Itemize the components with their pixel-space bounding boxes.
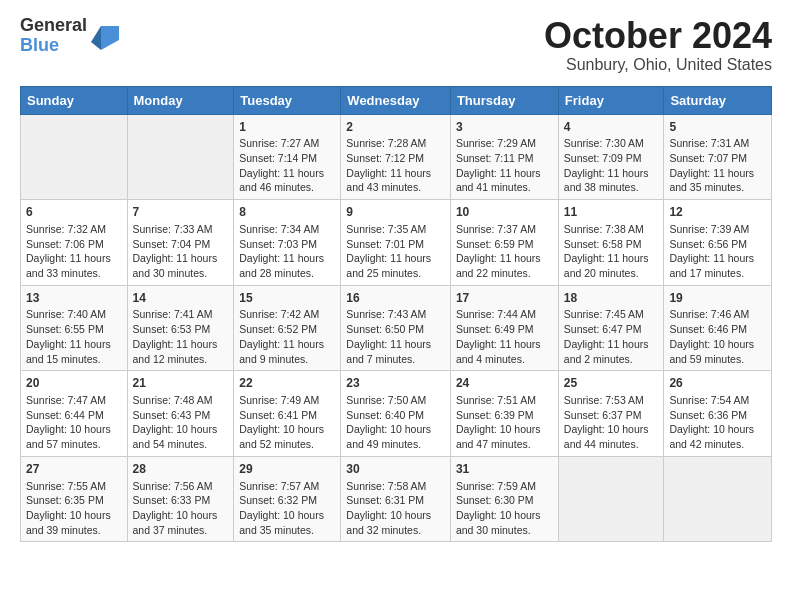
day-info: Sunset: 6:50 PM: [346, 322, 445, 337]
header-day-saturday: Saturday: [664, 86, 772, 114]
day-info: Sunset: 7:12 PM: [346, 151, 445, 166]
logo-icon: [91, 22, 119, 50]
day-info: Sunrise: 7:58 AM: [346, 479, 445, 494]
day-number: 15: [239, 290, 335, 307]
title-block: October 2024 Sunbury, Ohio, United State…: [544, 16, 772, 74]
day-info: Daylight: 11 hours and 4 minutes.: [456, 337, 553, 366]
day-number: 29: [239, 461, 335, 478]
day-number: 5: [669, 119, 766, 136]
page: General Blue October 2024 Sunbury, Ohio,…: [0, 0, 792, 558]
calendar-cell: 5Sunrise: 7:31 AMSunset: 7:07 PMDaylight…: [664, 114, 772, 200]
day-info: Sunrise: 7:32 AM: [26, 222, 122, 237]
day-number: 28: [133, 461, 229, 478]
day-info: Daylight: 11 hours and 15 minutes.: [26, 337, 122, 366]
day-info: Daylight: 10 hours and 32 minutes.: [346, 508, 445, 537]
day-info: Sunset: 7:04 PM: [133, 237, 229, 252]
day-info: Sunset: 6:55 PM: [26, 322, 122, 337]
day-info: Sunset: 6:32 PM: [239, 493, 335, 508]
day-info: Daylight: 10 hours and 37 minutes.: [133, 508, 229, 537]
logo-blue-text: Blue: [20, 36, 87, 56]
header-day-friday: Friday: [558, 86, 664, 114]
day-info: Sunrise: 7:57 AM: [239, 479, 335, 494]
day-info: Sunset: 6:40 PM: [346, 408, 445, 423]
calendar-cell: 1Sunrise: 7:27 AMSunset: 7:14 PMDaylight…: [234, 114, 341, 200]
calendar-cell: 20Sunrise: 7:47 AMSunset: 6:44 PMDayligh…: [21, 371, 128, 457]
day-info: Daylight: 11 hours and 2 minutes.: [564, 337, 659, 366]
day-info: Sunset: 6:36 PM: [669, 408, 766, 423]
calendar-cell: 6Sunrise: 7:32 AMSunset: 7:06 PMDaylight…: [21, 200, 128, 286]
day-info: Daylight: 11 hours and 12 minutes.: [133, 337, 229, 366]
day-info: Daylight: 11 hours and 35 minutes.: [669, 166, 766, 195]
calendar-cell: 8Sunrise: 7:34 AMSunset: 7:03 PMDaylight…: [234, 200, 341, 286]
calendar-cell: 11Sunrise: 7:38 AMSunset: 6:58 PMDayligh…: [558, 200, 664, 286]
day-number: 11: [564, 204, 659, 221]
week-row-1: 1Sunrise: 7:27 AMSunset: 7:14 PMDaylight…: [21, 114, 772, 200]
day-info: Daylight: 10 hours and 42 minutes.: [669, 422, 766, 451]
day-info: Sunrise: 7:29 AM: [456, 136, 553, 151]
calendar-cell: 7Sunrise: 7:33 AMSunset: 7:04 PMDaylight…: [127, 200, 234, 286]
calendar-cell: 16Sunrise: 7:43 AMSunset: 6:50 PMDayligh…: [341, 285, 451, 371]
location: Sunbury, Ohio, United States: [544, 56, 772, 74]
calendar-cell: [127, 114, 234, 200]
day-info: Sunset: 6:52 PM: [239, 322, 335, 337]
day-number: 21: [133, 375, 229, 392]
day-info: Daylight: 10 hours and 54 minutes.: [133, 422, 229, 451]
day-info: Sunrise: 7:30 AM: [564, 136, 659, 151]
day-info: Sunset: 7:09 PM: [564, 151, 659, 166]
day-number: 12: [669, 204, 766, 221]
day-info: Daylight: 11 hours and 33 minutes.: [26, 251, 122, 280]
day-info: Sunrise: 7:37 AM: [456, 222, 553, 237]
week-row-2: 6Sunrise: 7:32 AMSunset: 7:06 PMDaylight…: [21, 200, 772, 286]
day-info: Sunset: 6:39 PM: [456, 408, 553, 423]
day-info: Sunset: 7:03 PM: [239, 237, 335, 252]
day-info: Sunset: 6:47 PM: [564, 322, 659, 337]
calendar-cell: 18Sunrise: 7:45 AMSunset: 6:47 PMDayligh…: [558, 285, 664, 371]
day-info: Daylight: 10 hours and 39 minutes.: [26, 508, 122, 537]
day-info: Sunset: 6:49 PM: [456, 322, 553, 337]
day-info: Sunrise: 7:51 AM: [456, 393, 553, 408]
day-info: Sunrise: 7:27 AM: [239, 136, 335, 151]
day-number: 3: [456, 119, 553, 136]
day-number: 13: [26, 290, 122, 307]
header-day-wednesday: Wednesday: [341, 86, 451, 114]
calendar-cell: [558, 456, 664, 542]
calendar-cell: [21, 114, 128, 200]
calendar-cell: 17Sunrise: 7:44 AMSunset: 6:49 PMDayligh…: [450, 285, 558, 371]
day-info: Sunrise: 7:38 AM: [564, 222, 659, 237]
calendar-cell: 27Sunrise: 7:55 AMSunset: 6:35 PMDayligh…: [21, 456, 128, 542]
day-info: Sunrise: 7:42 AM: [239, 307, 335, 322]
day-info: Sunrise: 7:56 AM: [133, 479, 229, 494]
day-info: Daylight: 11 hours and 43 minutes.: [346, 166, 445, 195]
calendar-cell: 3Sunrise: 7:29 AMSunset: 7:11 PMDaylight…: [450, 114, 558, 200]
day-info: Sunset: 6:43 PM: [133, 408, 229, 423]
day-info: Sunset: 6:59 PM: [456, 237, 553, 252]
day-number: 18: [564, 290, 659, 307]
day-info: Sunrise: 7:43 AM: [346, 307, 445, 322]
day-info: Sunset: 7:01 PM: [346, 237, 445, 252]
day-info: Sunrise: 7:35 AM: [346, 222, 445, 237]
calendar-cell: [664, 456, 772, 542]
day-info: Sunrise: 7:50 AM: [346, 393, 445, 408]
day-info: Daylight: 10 hours and 52 minutes.: [239, 422, 335, 451]
day-info: Sunrise: 7:39 AM: [669, 222, 766, 237]
day-info: Daylight: 10 hours and 35 minutes.: [239, 508, 335, 537]
day-info: Sunset: 7:11 PM: [456, 151, 553, 166]
logo: General Blue: [20, 16, 119, 56]
day-info: Daylight: 10 hours and 49 minutes.: [346, 422, 445, 451]
day-number: 4: [564, 119, 659, 136]
calendar-cell: 30Sunrise: 7:58 AMSunset: 6:31 PMDayligh…: [341, 456, 451, 542]
day-number: 6: [26, 204, 122, 221]
day-info: Daylight: 10 hours and 47 minutes.: [456, 422, 553, 451]
day-info: Sunrise: 7:59 AM: [456, 479, 553, 494]
day-number: 25: [564, 375, 659, 392]
day-info: Sunset: 6:30 PM: [456, 493, 553, 508]
day-number: 16: [346, 290, 445, 307]
week-row-5: 27Sunrise: 7:55 AMSunset: 6:35 PMDayligh…: [21, 456, 772, 542]
day-number: 17: [456, 290, 553, 307]
day-number: 14: [133, 290, 229, 307]
day-info: Sunrise: 7:28 AM: [346, 136, 445, 151]
calendar-cell: 10Sunrise: 7:37 AMSunset: 6:59 PMDayligh…: [450, 200, 558, 286]
day-number: 26: [669, 375, 766, 392]
calendar-cell: 12Sunrise: 7:39 AMSunset: 6:56 PMDayligh…: [664, 200, 772, 286]
day-info: Daylight: 10 hours and 57 minutes.: [26, 422, 122, 451]
